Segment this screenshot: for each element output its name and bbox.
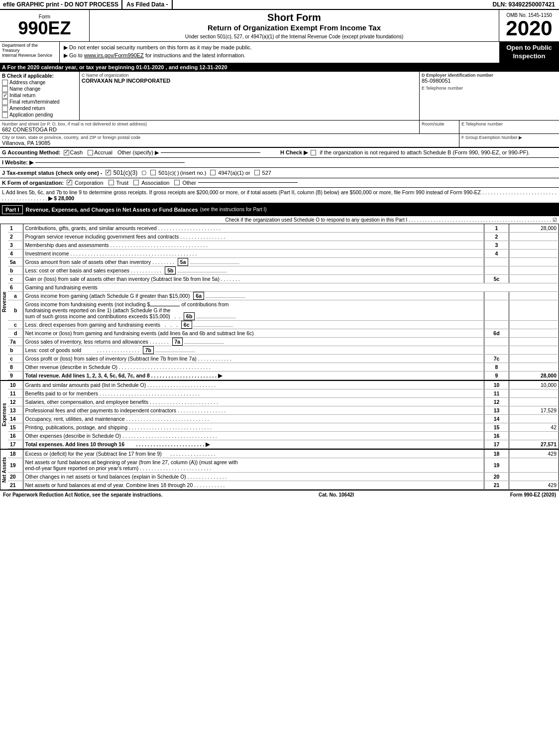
other-org-checkbox[interactable] bbox=[174, 180, 180, 185]
501c3-checkbox[interactable] bbox=[106, 170, 111, 175]
line-val bbox=[509, 249, 559, 257]
527-checkbox[interactable] bbox=[254, 170, 260, 175]
dept-row: Department of the Treasury Internal Reve… bbox=[0, 42, 559, 63]
table-row: 3 Membership dues and assessments . . . … bbox=[8, 241, 559, 249]
line-val bbox=[509, 346, 559, 354]
line-ref bbox=[484, 291, 509, 300]
corp-label: Corporation bbox=[75, 180, 103, 186]
website-label: I Website: ▶ bbox=[2, 159, 33, 166]
amended-return-checkbox[interactable] bbox=[2, 106, 8, 112]
trust-label: Trust bbox=[116, 180, 129, 186]
line-num: 19 bbox=[8, 458, 23, 472]
line-val bbox=[509, 241, 559, 249]
check-initial-return: Initial return bbox=[2, 93, 77, 99]
footer-left: For Paperwork Reduction Act Notice, see … bbox=[3, 492, 162, 498]
line-num: 2 bbox=[8, 232, 23, 241]
4947-checkbox[interactable] bbox=[210, 170, 216, 175]
instruction-line1: ▶ Do not enter social security numbers o… bbox=[64, 44, 495, 51]
line-ref: 12 bbox=[484, 397, 509, 406]
table-row: 16 Other expenses (describe in Schedule … bbox=[8, 431, 559, 440]
line-num: 10 bbox=[8, 381, 23, 389]
section-a-label: A For the 2020 calendar year, or tax yea… bbox=[2, 64, 227, 70]
cash-checkbox[interactable] bbox=[64, 150, 69, 155]
line-val bbox=[509, 458, 559, 472]
check-name-change: Name change bbox=[2, 86, 77, 92]
part-i-badge: Part I bbox=[2, 205, 23, 214]
add-lines-arrow: ▶ bbox=[48, 195, 52, 201]
part-i-header: Part I Revenue, Expenses, and Changes in… bbox=[0, 204, 559, 216]
line-val bbox=[509, 274, 559, 283]
part-i-subtext-text: Check if the organization used Schedule … bbox=[225, 217, 407, 223]
other-field[interactable] bbox=[161, 152, 260, 153]
accrual-checkbox[interactable] bbox=[88, 150, 93, 155]
form-number: 990EZ bbox=[18, 19, 71, 37]
line-num: 4 bbox=[8, 249, 23, 257]
line-ref bbox=[484, 337, 509, 346]
line-ref: 3 bbox=[484, 241, 509, 249]
city-area: City or town, state or province, country… bbox=[0, 134, 459, 147]
sub-val-7a bbox=[184, 343, 224, 344]
sub-ref-7b: 7b bbox=[143, 346, 154, 354]
line-desc: Membership dues and assessments . . . . … bbox=[23, 241, 484, 249]
line-val: 10,000 bbox=[509, 381, 559, 389]
address-change-checkbox[interactable] bbox=[2, 80, 8, 86]
sub-val-7b bbox=[155, 352, 195, 352]
table-row: 5a Gross amount from sale of assets othe… bbox=[8, 257, 559, 266]
name-change-checkbox[interactable] bbox=[2, 86, 8, 92]
line-val bbox=[509, 414, 559, 423]
other-org-field[interactable] bbox=[198, 182, 298, 183]
line-desc: Less: cost or other basis and sales expe… bbox=[23, 266, 484, 274]
corp-checkbox[interactable] bbox=[67, 180, 72, 185]
line-val bbox=[509, 320, 559, 329]
line-num: 1 bbox=[8, 224, 23, 233]
line-num: 16 bbox=[8, 431, 23, 440]
line-ref: 6d bbox=[484, 329, 509, 337]
table-row: 14 Occupancy, rent, utilities, and maint… bbox=[8, 414, 559, 423]
net-assets-content: 18 Excess or (deficit) for the year (Sub… bbox=[8, 450, 559, 490]
check-application-pending: Application pending bbox=[2, 112, 77, 118]
trust-checkbox[interactable] bbox=[109, 180, 114, 185]
other-org-label: Other bbox=[182, 180, 196, 186]
room-area: Room/suite bbox=[420, 121, 459, 133]
501c-checkbox[interactable] bbox=[150, 170, 156, 175]
line-desc: Net assets or fund balances at end of ye… bbox=[23, 481, 484, 489]
initial-return-checkbox[interactable] bbox=[2, 93, 8, 99]
final-return-checkbox[interactable] bbox=[2, 99, 8, 105]
line-num: c bbox=[8, 274, 23, 283]
line-ref bbox=[484, 346, 509, 354]
line-num: 18 bbox=[8, 450, 23, 458]
line-desc: Net assets or fund balances at beginning… bbox=[23, 458, 484, 472]
table-row: a Gross income from gaming (attach Sched… bbox=[8, 291, 559, 300]
line-ref: 20 bbox=[484, 472, 509, 481]
revenue-side-label: Revenue bbox=[0, 224, 8, 380]
line-num: 7a bbox=[8, 337, 23, 346]
table-row: 10 Grants and similar amounts paid (list… bbox=[8, 381, 559, 389]
table-row: d Net income or (loss) from gaming and f… bbox=[8, 329, 559, 337]
table-row: 4 Investment income . . . . . . . . . . … bbox=[8, 249, 559, 257]
address-label: Number and street (or P. O. box, if mail… bbox=[2, 122, 417, 126]
line-desc: Gross income from fundraising events (no… bbox=[23, 300, 484, 320]
sub-ref-7a: 7a bbox=[172, 338, 183, 346]
instruction-line2: ▶ Go to www.irs.gov/Form990EZ for instru… bbox=[64, 52, 495, 59]
telephone-label: E Telephone number bbox=[422, 86, 557, 91]
line-ref: 15 bbox=[484, 423, 509, 431]
line-desc: Professional fees and other payments to … bbox=[23, 406, 484, 414]
table-row: 13 Professional fees and other payments … bbox=[8, 406, 559, 414]
table-row: 20 Other changes in net assets or fund b… bbox=[8, 472, 559, 481]
revenue-table: 1 Contributions, gifts, grants, and simi… bbox=[8, 224, 559, 380]
line-val bbox=[509, 389, 559, 397]
line-ref: 8 bbox=[484, 363, 509, 371]
line-val bbox=[509, 266, 559, 274]
table-row: 15 Printing, publications, postage, and … bbox=[8, 423, 559, 431]
accounting-row: G Accounting Method: Cash Accrual Other … bbox=[0, 148, 559, 158]
org-name-area: C Name of organization CORVAXAN NLP INCO… bbox=[80, 72, 420, 120]
check-h-checkbox[interactable] bbox=[311, 150, 316, 155]
website-field[interactable] bbox=[35, 162, 185, 163]
org-info-section: B Check if applicable: Address change Na… bbox=[0, 72, 559, 148]
line-desc: Gain or (loss) from sale of assets other… bbox=[23, 274, 484, 283]
assoc-checkbox[interactable] bbox=[133, 180, 139, 185]
line-desc: Other revenue (describe in Schedule O) .… bbox=[23, 363, 484, 371]
address-value: 682 CONESTOGA RD bbox=[2, 126, 417, 132]
line-desc: Salaries, other compensation, and employ… bbox=[23, 397, 484, 406]
application-pending-checkbox[interactable] bbox=[2, 112, 8, 118]
